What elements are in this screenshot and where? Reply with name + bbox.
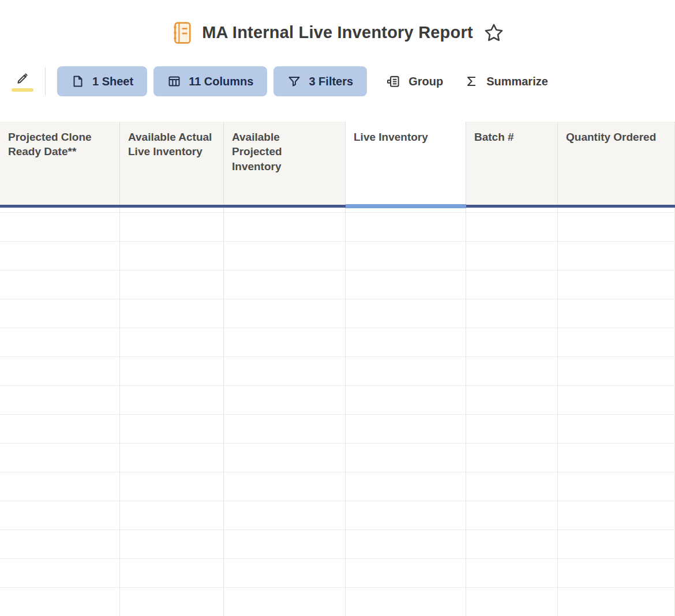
table-cell[interactable]: [120, 271, 224, 299]
table-cell[interactable]: [558, 444, 675, 472]
table-cell[interactable]: [558, 271, 675, 299]
table-cell[interactable]: [120, 501, 224, 530]
table-cell[interactable]: [466, 242, 558, 271]
table-cell[interactable]: [224, 213, 346, 242]
table-cell[interactable]: [466, 271, 558, 299]
table-cell[interactable]: [466, 501, 558, 530]
table-cell[interactable]: [346, 588, 466, 616]
table-cell[interactable]: [224, 530, 346, 559]
table-cell[interactable]: [466, 444, 558, 472]
table-row[interactable]: [0, 242, 675, 271]
table-cell[interactable]: [120, 357, 224, 386]
table-cell[interactable]: [558, 588, 675, 616]
table-row[interactable]: [0, 271, 675, 299]
table-row[interactable]: [0, 559, 675, 588]
summarize-button[interactable]: Summarize: [456, 66, 556, 96]
table-cell[interactable]: [466, 208, 558, 213]
table-cell[interactable]: [346, 501, 466, 530]
star-icon[interactable]: [483, 22, 504, 43]
table-cell[interactable]: [0, 328, 120, 357]
table-cell[interactable]: [120, 242, 224, 271]
table-cell[interactable]: [346, 208, 466, 213]
table-cell[interactable]: [558, 299, 675, 328]
column-header-4[interactable]: Live Inventory: [346, 122, 466, 205]
table-row[interactable]: [0, 386, 675, 415]
table-cell[interactable]: [346, 415, 466, 444]
table-cell[interactable]: [0, 530, 120, 559]
table-cell[interactable]: [466, 386, 558, 415]
table-cell[interactable]: [558, 386, 675, 415]
table-cell[interactable]: [558, 242, 675, 271]
table-cell[interactable]: [466, 588, 558, 616]
table-cell[interactable]: [466, 415, 558, 444]
table-cell[interactable]: [558, 559, 675, 588]
table-row[interactable]: [0, 328, 675, 357]
table-cell[interactable]: [558, 328, 675, 357]
table-row[interactable]: [0, 444, 675, 472]
table-cell[interactable]: [0, 357, 120, 386]
table-row[interactable]: [0, 299, 675, 328]
table-cell[interactable]: [346, 386, 466, 415]
table-cell[interactable]: [120, 415, 224, 444]
table-cell[interactable]: [224, 559, 346, 588]
table-row[interactable]: [0, 530, 675, 559]
table-cell[interactable]: [346, 213, 466, 242]
table-cell[interactable]: [466, 357, 558, 386]
table-row[interactable]: [0, 415, 675, 444]
table-cell[interactable]: [120, 328, 224, 357]
table-row[interactable]: [0, 588, 675, 616]
table-cell[interactable]: [120, 299, 224, 328]
table-row[interactable]: [0, 472, 675, 501]
table-cell[interactable]: [224, 386, 346, 415]
table-cell[interactable]: [224, 271, 346, 299]
table-cell[interactable]: [558, 213, 675, 242]
table-cell[interactable]: [0, 386, 120, 415]
table-cell[interactable]: [558, 530, 675, 559]
table-cell[interactable]: [0, 588, 120, 616]
filters-button[interactable]: 3 Filters: [273, 66, 367, 96]
table-cell[interactable]: [120, 208, 224, 213]
table-cell[interactable]: [120, 213, 224, 242]
table-cell[interactable]: [224, 299, 346, 328]
column-header-3[interactable]: Available Projected Inventory: [224, 122, 346, 205]
table-cell[interactable]: [346, 357, 466, 386]
table-cell[interactable]: [224, 328, 346, 357]
table-cell[interactable]: [0, 415, 120, 444]
column-header-6[interactable]: Quantity Ordered: [558, 122, 675, 205]
table-cell[interactable]: [346, 530, 466, 559]
column-header-5[interactable]: Batch #: [466, 122, 558, 205]
table-cell[interactable]: [558, 472, 675, 501]
table-cell[interactable]: [224, 588, 346, 616]
table-cell[interactable]: [346, 328, 466, 357]
table-cell[interactable]: [466, 559, 558, 588]
table-cell[interactable]: [224, 208, 346, 213]
table-cell[interactable]: [346, 242, 466, 271]
table-cell[interactable]: [466, 530, 558, 559]
table-cell[interactable]: [346, 299, 466, 328]
group-button[interactable]: Group: [378, 66, 451, 96]
table-cell[interactable]: [558, 208, 675, 213]
table-cell[interactable]: [0, 444, 120, 472]
table-cell[interactable]: [0, 472, 120, 501]
table-cell[interactable]: [558, 501, 675, 530]
table-cell[interactable]: [224, 415, 346, 444]
table-row[interactable]: [0, 357, 675, 386]
table-cell[interactable]: [120, 559, 224, 588]
annotate-button[interactable]: [9, 71, 36, 92]
table-cell[interactable]: [224, 242, 346, 271]
table-cell[interactable]: [0, 271, 120, 299]
table-cell[interactable]: [0, 299, 120, 328]
table-cell[interactable]: [120, 530, 224, 559]
table-row[interactable]: [0, 501, 675, 530]
table-cell[interactable]: [466, 472, 558, 501]
table-cell[interactable]: [558, 415, 675, 444]
table-cell[interactable]: [224, 501, 346, 530]
columns-button[interactable]: 11 Columns: [153, 66, 267, 96]
table-row[interactable]: [0, 208, 675, 213]
table-cell[interactable]: [466, 213, 558, 242]
table-cell[interactable]: [558, 357, 675, 386]
table-cell[interactable]: [224, 357, 346, 386]
table-cell[interactable]: [0, 208, 120, 213]
table-row[interactable]: [0, 213, 675, 242]
column-header-2[interactable]: Available Actual Live Inventory: [120, 122, 224, 205]
